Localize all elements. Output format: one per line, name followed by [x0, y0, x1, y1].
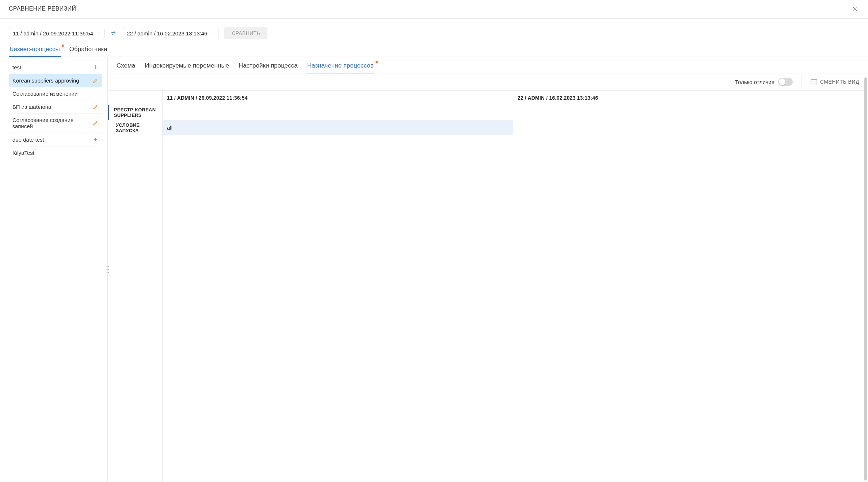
plus-icon: + — [92, 64, 99, 70]
swap-revisions-button[interactable] — [110, 30, 117, 37]
comparison-group-label: РЕЕСТР KOREAN SUPPLIERS — [108, 105, 162, 120]
process-list-item[interactable]: Согласование создания записей — [9, 114, 102, 133]
tab-label: Обработчики — [69, 46, 107, 53]
change-view-button[interactable]: СМЕНИТЬ ВИД — [811, 79, 868, 85]
process-label: Korean suppliers approving — [12, 77, 79, 84]
tab-schema[interactable]: Схема — [116, 62, 136, 73]
revision-right-value: 22 / admin / 16.02.2023 13:13:46 — [127, 30, 207, 37]
empty-cell — [163, 105, 513, 120]
pencil-icon — [92, 78, 99, 84]
svg-point-3 — [108, 266, 109, 267]
empty-cell — [513, 105, 864, 120]
pencil-icon — [92, 104, 99, 110]
page-title: СРАВНЕНИЕ РЕВИЗИЙ — [9, 5, 76, 12]
plus-icon: + — [92, 136, 99, 143]
revision-right-select[interactable]: 22 / admin / 16.02.2023 13:13:46 — [123, 28, 218, 39]
tab-handlers[interactable]: Обработчики — [69, 46, 108, 57]
process-label: KilyaTest — [12, 150, 34, 156]
tab-process-settings[interactable]: Настройки процесса — [238, 62, 298, 73]
svg-point-6 — [107, 272, 108, 273]
divider — [802, 76, 802, 87]
comparison-right-header: 22 / ADMIN / 16.02.2023 13:13:46 — [513, 91, 864, 105]
chevron-down-icon — [97, 30, 101, 37]
only-diff-toggle[interactable] — [778, 78, 793, 86]
process-label: БП из шаблона — [12, 104, 51, 110]
modified-indicator-icon — [62, 45, 64, 47]
tab-business-processes[interactable]: Бизнес-процессы — [9, 46, 61, 57]
splitter-icon — [106, 264, 109, 275]
splitter-handle[interactable] — [106, 263, 109, 276]
comparison-right-column: 22 / ADMIN / 16.02.2023 13:13:46 — [513, 91, 864, 482]
category-tabs: Бизнес-процессы Обработчики — [0, 46, 868, 57]
modified-indicator-icon — [376, 61, 378, 63]
change-view-label: СМЕНИТЬ ВИД — [820, 79, 859, 85]
tab-label: Бизнес-процессы — [9, 46, 60, 53]
process-label: Согласование изменений — [12, 91, 77, 97]
revision-left-value: 11 / admin / 26.09.2022 11:36:54 — [13, 30, 93, 37]
scrollbar[interactable] — [864, 77, 867, 481]
tab-label: Настройки процесса — [239, 62, 298, 69]
process-list-item[interactable]: Korean suppliers approving — [9, 74, 102, 87]
comparison-left-value: all — [163, 120, 513, 135]
svg-point-5 — [108, 269, 109, 270]
process-label: due date test — [12, 137, 44, 143]
process-list-item[interactable]: test + — [9, 61, 102, 74]
comparison-grid: РЕЕСТР KOREAN SUPPLIERS УСЛОВИЕ ЗАПУСКА … — [108, 90, 864, 482]
svg-point-7 — [108, 272, 109, 273]
process-list-item[interactable]: БП из шаблона — [9, 100, 102, 114]
swap-icon — [110, 30, 117, 37]
close-icon — [852, 5, 858, 12]
comparison-left-header: 11 / ADMIN / 26.09.2022 11:36:54 — [163, 91, 513, 105]
only-diff-label: Только отличия — [735, 79, 774, 85]
close-button[interactable] — [850, 4, 859, 13]
tab-label: Схема — [117, 62, 135, 69]
tab-label: Назначение процессов — [307, 62, 374, 69]
compare-button[interactable]: СРАВНИТЬ — [224, 27, 267, 39]
comparison-row-label: УСЛОВИЕ ЗАПУСКА — [108, 120, 162, 135]
comparison-labels-column: РЕЕСТР KOREAN SUPPLIERS УСЛОВИЕ ЗАПУСКА — [108, 91, 163, 482]
svg-point-2 — [107, 266, 108, 267]
process-list-item[interactable]: due date test + — [9, 133, 102, 146]
process-list-sidebar: test + Korean suppliers approving Соглас… — [0, 57, 108, 482]
process-list-item[interactable]: Согласование изменений — [9, 87, 102, 100]
layout-icon — [811, 79, 817, 84]
process-label: test — [12, 64, 21, 70]
chevron-down-icon — [211, 30, 215, 37]
column-header-empty — [108, 91, 162, 105]
pencil-icon — [92, 120, 99, 126]
revision-left-select[interactable]: 11 / admin / 26.09.2022 11:36:54 — [9, 28, 104, 39]
tab-process-assignment[interactable]: Назначение процессов — [307, 62, 374, 73]
tab-label: Индексируемые переменные — [145, 62, 229, 69]
comparison-right-value — [513, 120, 864, 135]
tab-indexed-vars[interactable]: Индексируемые переменные — [144, 62, 230, 73]
svg-point-4 — [107, 269, 108, 270]
detail-tabs: Схема Индексируемые переменные Настройки… — [116, 62, 860, 73]
comparison-left-column: 11 / ADMIN / 26.09.2022 11:36:54 all — [163, 91, 513, 482]
svg-rect-8 — [811, 80, 817, 84]
process-label: Согласование создания записей — [12, 117, 92, 129]
process-list-item[interactable]: KilyaTest — [9, 146, 102, 159]
